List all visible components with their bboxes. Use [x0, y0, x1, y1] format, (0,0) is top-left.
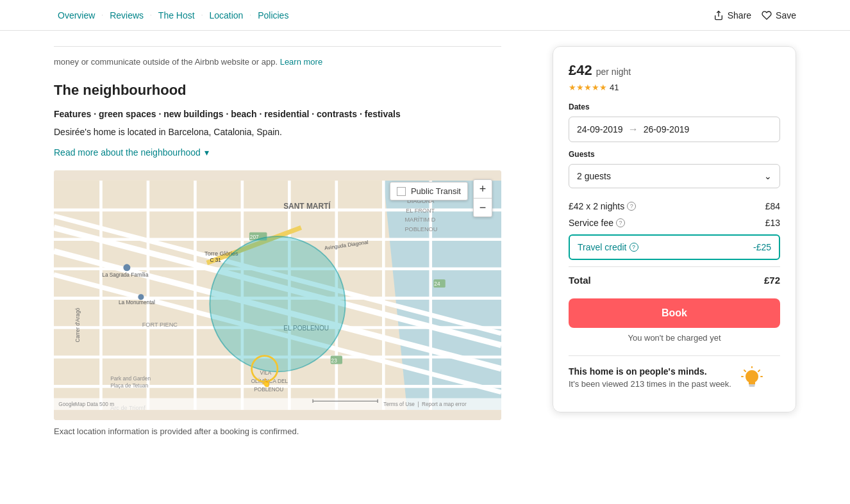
svg-text:24: 24: [434, 281, 440, 287]
nav-link-overview[interactable]: Overview: [54, 8, 99, 23]
share-label: Share: [728, 10, 751, 20]
save-label: Save: [776, 10, 796, 20]
main-container: money or communicate outside of the Airb…: [0, 31, 850, 462]
nights-label: £42 x 2 nights ?: [569, 201, 636, 211]
right-column: £42 per night ★★★★★ 41 Dates 24-09-2019 …: [553, 31, 796, 462]
svg-text:Park and Garden: Park and Garden: [110, 376, 151, 382]
nav-actions: Share Save: [713, 10, 796, 20]
service-fee-value: £13: [765, 218, 780, 228]
svg-text:Map Data   500 m: Map Data 500 m: [75, 402, 114, 407]
no-charge-text: You won't be charged yet: [569, 333, 780, 343]
svg-text:Carrer d'Aragó: Carrer d'Aragó: [75, 307, 81, 342]
nights-value: £84: [765, 201, 780, 211]
section-title: The neighbourhood: [54, 82, 501, 99]
service-fee-label-text: Service fee: [569, 218, 613, 228]
dates-input[interactable]: 24-09-2019 → 26-09-2019: [569, 117, 780, 142]
top-nav: Overview · Reviews · The Host · Location…: [0, 0, 850, 31]
guests-label: Guests: [569, 150, 780, 159]
map-svg: C 31 207 23 24 SANT MARTÍ DIAGONA EL FRO…: [54, 170, 501, 420]
nav-dot-4: ·: [249, 12, 251, 19]
share-icon: [713, 10, 724, 20]
nav-link-location[interactable]: Location: [205, 8, 247, 23]
map-container: C 31 207 23 24 SANT MARTÍ DIAGONA EL FRO…: [54, 170, 501, 420]
public-transit-button[interactable]: Public Transit: [390, 182, 468, 200]
svg-rect-63: [749, 386, 754, 387]
service-fee-help-icon[interactable]: ?: [616, 218, 625, 227]
total-label: Total: [569, 275, 591, 286]
svg-text:|: |: [418, 402, 419, 407]
guests-value: 2 guests: [577, 171, 611, 181]
map-background: C 31 207 23 24 SANT MARTÍ DIAGONA EL FRO…: [54, 170, 501, 420]
nav-links: Overview · Reviews · The Host · Location…: [54, 8, 292, 23]
warning-text: money or communicate outside of the Airb…: [54, 46, 501, 67]
minds-text: This home is on people's minds. It's bee…: [569, 366, 731, 389]
location-text: Desirée's home is located in Barcelona, …: [54, 127, 501, 137]
svg-text:MARÍTIM D: MARÍTIM D: [404, 216, 435, 223]
dates-label: Dates: [569, 102, 780, 111]
svg-text:La Monumental: La Monumental: [119, 300, 155, 305]
svg-text:Report a map error: Report a map error: [422, 402, 467, 407]
check-in-date: 24-09-2019: [577, 124, 623, 134]
travel-credit-label: Travel credit ?: [578, 242, 638, 252]
check-out-date: 26-09-2019: [644, 124, 690, 134]
features-separator: ·: [94, 109, 99, 119]
nav-link-policies[interactable]: Policies: [254, 8, 292, 23]
nav-dot-3: ·: [201, 12, 203, 19]
arrow-icon: →: [628, 124, 638, 135]
total-row: Total £72: [569, 266, 780, 286]
svg-text:La Sagrada Família: La Sagrada Família: [102, 272, 148, 278]
read-more-link[interactable]: Read more about the neighbourhood ▾: [54, 147, 501, 158]
svg-text:Terms of Use: Terms of Use: [383, 402, 415, 407]
heart-icon: [762, 10, 772, 20]
map-zoom-controls: + −: [473, 179, 492, 217]
nav-dot-2: ·: [150, 12, 152, 19]
svg-text:SANT MARTÍ: SANT MARTÍ: [283, 201, 331, 211]
features-text: Features · green spaces · new buildings …: [54, 109, 501, 119]
lightbulb-icon: [739, 366, 765, 396]
exact-location-text: Exact location information is provided a…: [54, 427, 501, 436]
svg-text:Google: Google: [58, 402, 76, 407]
warning-message: money or communicate outside of the Airb…: [54, 57, 278, 67]
nights-help-icon[interactable]: ?: [627, 202, 636, 211]
travel-credit-row: Travel credit ? -£25: [569, 234, 780, 260]
book-button[interactable]: Book: [569, 298, 780, 328]
minds-section: This home is on people's minds. It's bee…: [569, 355, 780, 396]
svg-text:👆: 👆: [261, 378, 272, 388]
svg-text:POBLENOU: POBLENOU: [254, 387, 283, 393]
learn-more-link[interactable]: Learn more: [280, 57, 322, 67]
read-more-label: Read more about the neighbourhood: [54, 147, 201, 158]
svg-text:23: 23: [331, 358, 338, 364]
features-label: Features: [54, 109, 91, 119]
zoom-out-button[interactable]: −: [474, 199, 492, 216]
chevron-down-icon: ▾: [204, 147, 209, 158]
svg-text:FORT PIENC: FORT PIENC: [142, 321, 178, 328]
left-column: money or communicate outside of the Airb…: [54, 31, 501, 462]
svg-text:EL FRONT: EL FRONT: [406, 207, 435, 214]
minds-title: This home is on people's minds.: [569, 366, 731, 377]
nights-label-text: £42 x 2 nights: [569, 201, 624, 211]
nav-link-the-host[interactable]: The Host: [154, 8, 199, 23]
svg-text:Plaça de Tetuan: Plaça de Tetuan: [110, 383, 148, 389]
chevron-down-icon: ⌄: [764, 171, 772, 181]
star-rating: ★★★★★: [569, 83, 607, 92]
minds-description: It's been viewed 213 times in the past w…: [569, 379, 731, 389]
travel-credit-help-icon[interactable]: ?: [629, 243, 638, 252]
guests-select[interactable]: 2 guests ⌄: [569, 164, 780, 188]
price-row: £42 per night: [569, 62, 780, 79]
travel-credit-label-text: Travel credit: [578, 242, 627, 252]
nav-dot-1: ·: [101, 12, 103, 19]
zoom-in-button[interactable]: +: [474, 180, 492, 198]
save-button[interactable]: Save: [762, 10, 796, 20]
transit-checkbox: [397, 187, 406, 196]
svg-line-67: [744, 370, 746, 371]
svg-point-49: [210, 236, 345, 371]
svg-line-65: [758, 370, 760, 371]
total-value: £72: [764, 275, 780, 286]
svg-point-40: [123, 264, 130, 271]
nav-link-reviews[interactable]: Reviews: [106, 8, 147, 23]
svg-text:POBLENOU: POBLENOU: [404, 226, 437, 232]
svg-text:C 31: C 31: [210, 257, 221, 263]
lightbulb-svg: [739, 366, 765, 392]
review-count: 41: [610, 83, 619, 92]
share-button[interactable]: Share: [713, 10, 751, 20]
